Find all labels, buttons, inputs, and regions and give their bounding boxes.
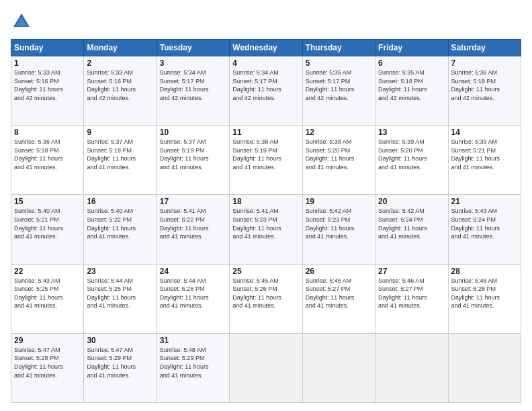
day-number: 25	[232, 267, 299, 276]
calendar-cell: 11Sunrise: 5:38 AM Sunset: 5:19 PM Dayli…	[230, 126, 302, 195]
calendar-cell: 6Sunrise: 5:35 AM Sunset: 5:18 PM Daylig…	[375, 56, 448, 126]
day-info: Sunrise: 5:34 AM Sunset: 5:17 PM Dayligh…	[232, 68, 299, 102]
calendar-week-row: 22Sunrise: 5:43 AM Sunset: 5:25 PM Dayli…	[11, 264, 521, 333]
day-info: Sunrise: 5:33 AM Sunset: 5:16 PM Dayligh…	[87, 68, 153, 102]
day-number: 31	[160, 336, 226, 345]
calendar-week-row: 15Sunrise: 5:40 AM Sunset: 5:21 PM Dayli…	[11, 195, 521, 264]
day-info: Sunrise: 5:40 AM Sunset: 5:21 PM Dayligh…	[14, 207, 81, 240]
day-info: Sunrise: 5:43 AM Sunset: 5:24 PM Dayligh…	[451, 207, 518, 240]
calendar-cell: 26Sunrise: 5:45 AM Sunset: 5:27 PM Dayli…	[302, 264, 375, 333]
day-info: Sunrise: 5:42 AM Sunset: 5:24 PM Dayligh…	[378, 207, 445, 240]
day-number: 7	[451, 58, 518, 68]
day-number: 14	[451, 128, 518, 137]
calendar-cell: 16Sunrise: 5:40 AM Sunset: 5:22 PM Dayli…	[84, 195, 157, 264]
day-info: Sunrise: 5:44 AM Sunset: 5:26 PM Dayligh…	[160, 277, 226, 310]
day-info: Sunrise: 5:38 AM Sunset: 5:20 PM Dayligh…	[306, 138, 372, 171]
day-info: Sunrise: 5:40 AM Sunset: 5:22 PM Dayligh…	[87, 207, 153, 240]
calendar-cell: 31Sunrise: 5:48 AM Sunset: 5:29 PM Dayli…	[157, 333, 229, 402]
calendar-table: SundayMondayTuesdayWednesdayThursdayFrid…	[11, 39, 521, 403]
day-info: Sunrise: 5:35 AM Sunset: 5:18 PM Dayligh…	[378, 68, 445, 102]
day-number: 11	[232, 128, 299, 137]
day-number: 6	[378, 58, 445, 68]
calendar-cell: 1Sunrise: 5:33 AM Sunset: 5:16 PM Daylig…	[11, 56, 84, 126]
calendar-week-row: 1Sunrise: 5:33 AM Sunset: 5:16 PM Daylig…	[11, 56, 521, 126]
calendar-cell: 13Sunrise: 5:39 AM Sunset: 5:20 PM Dayli…	[375, 126, 448, 195]
calendar-cell: 28Sunrise: 5:46 AM Sunset: 5:28 PM Dayli…	[448, 264, 521, 333]
day-info: Sunrise: 5:46 AM Sunset: 5:27 PM Dayligh…	[378, 277, 445, 310]
day-info: Sunrise: 5:37 AM Sunset: 5:19 PM Dayligh…	[160, 138, 226, 171]
weekday-header: Wednesday	[230, 40, 302, 56]
calendar-cell: 14Sunrise: 5:39 AM Sunset: 5:21 PM Dayli…	[448, 126, 521, 195]
calendar-cell	[375, 333, 448, 402]
day-number: 3	[160, 58, 226, 68]
day-info: Sunrise: 5:39 AM Sunset: 5:20 PM Dayligh…	[378, 138, 445, 171]
calendar-cell: 22Sunrise: 5:43 AM Sunset: 5:25 PM Dayli…	[11, 264, 84, 333]
calendar-cell: 21Sunrise: 5:43 AM Sunset: 5:24 PM Dayli…	[448, 195, 521, 264]
calendar-cell	[448, 333, 521, 402]
day-info: Sunrise: 5:42 AM Sunset: 5:23 PM Dayligh…	[306, 207, 372, 240]
day-info: Sunrise: 5:48 AM Sunset: 5:29 PM Dayligh…	[160, 346, 226, 379]
day-number: 13	[378, 128, 445, 137]
calendar-cell: 7Sunrise: 5:36 AM Sunset: 5:18 PM Daylig…	[448, 56, 521, 126]
day-number: 26	[306, 267, 372, 276]
day-info: Sunrise: 5:46 AM Sunset: 5:28 PM Dayligh…	[451, 277, 518, 310]
calendar-cell: 27Sunrise: 5:46 AM Sunset: 5:27 PM Dayli…	[375, 264, 448, 333]
weekday-header: Sunday	[11, 40, 84, 56]
day-info: Sunrise: 5:38 AM Sunset: 5:19 PM Dayligh…	[232, 138, 299, 171]
weekday-header: Friday	[375, 40, 448, 56]
day-number: 23	[87, 267, 153, 276]
day-number: 29	[14, 336, 81, 345]
day-number: 16	[87, 197, 153, 206]
day-number: 20	[378, 197, 445, 206]
day-info: Sunrise: 5:36 AM Sunset: 5:18 PM Dayligh…	[14, 138, 81, 171]
day-number: 18	[232, 197, 299, 206]
day-info: Sunrise: 5:47 AM Sunset: 5:28 PM Dayligh…	[14, 346, 81, 379]
day-info: Sunrise: 5:36 AM Sunset: 5:18 PM Dayligh…	[451, 68, 518, 102]
day-info: Sunrise: 5:45 AM Sunset: 5:26 PM Dayligh…	[232, 277, 299, 310]
day-number: 9	[87, 128, 153, 137]
weekday-header: Saturday	[448, 40, 521, 56]
day-info: Sunrise: 5:43 AM Sunset: 5:25 PM Dayligh…	[14, 277, 81, 310]
day-info: Sunrise: 5:33 AM Sunset: 5:16 PM Dayligh…	[14, 68, 81, 102]
calendar-cell: 10Sunrise: 5:37 AM Sunset: 5:19 PM Dayli…	[157, 126, 229, 195]
calendar-cell	[230, 333, 302, 402]
weekday-row: SundayMondayTuesdayWednesdayThursdayFrid…	[11, 40, 521, 56]
day-number: 30	[87, 336, 153, 345]
calendar-cell: 17Sunrise: 5:41 AM Sunset: 5:22 PM Dayli…	[157, 195, 229, 264]
day-number: 1	[14, 58, 81, 68]
day-number: 28	[451, 267, 518, 276]
logo-icon	[11, 11, 32, 32]
logo	[11, 11, 35, 32]
calendar-cell: 8Sunrise: 5:36 AM Sunset: 5:18 PM Daylig…	[11, 126, 84, 195]
calendar-cell: 18Sunrise: 5:41 AM Sunset: 5:23 PM Dayli…	[230, 195, 302, 264]
day-number: 2	[87, 58, 153, 68]
day-info: Sunrise: 5:41 AM Sunset: 5:22 PM Dayligh…	[160, 207, 226, 240]
day-number: 10	[160, 128, 226, 137]
weekday-header: Monday	[84, 40, 157, 56]
calendar-cell: 2Sunrise: 5:33 AM Sunset: 5:16 PM Daylig…	[84, 56, 157, 126]
calendar-body: 1Sunrise: 5:33 AM Sunset: 5:16 PM Daylig…	[11, 56, 521, 403]
calendar-cell: 25Sunrise: 5:45 AM Sunset: 5:26 PM Dayli…	[230, 264, 302, 333]
day-number: 21	[451, 197, 518, 206]
day-number: 15	[14, 197, 81, 206]
day-info: Sunrise: 5:37 AM Sunset: 5:19 PM Dayligh…	[87, 138, 153, 171]
calendar-cell: 5Sunrise: 5:35 AM Sunset: 5:17 PM Daylig…	[302, 56, 375, 126]
day-info: Sunrise: 5:39 AM Sunset: 5:21 PM Dayligh…	[451, 138, 518, 171]
day-number: 8	[14, 128, 81, 137]
day-info: Sunrise: 5:45 AM Sunset: 5:27 PM Dayligh…	[306, 277, 372, 310]
weekday-header: Thursday	[302, 40, 375, 56]
calendar-cell: 30Sunrise: 5:47 AM Sunset: 5:29 PM Dayli…	[84, 333, 157, 402]
day-info: Sunrise: 5:44 AM Sunset: 5:25 PM Dayligh…	[87, 277, 153, 310]
day-info: Sunrise: 5:47 AM Sunset: 5:29 PM Dayligh…	[87, 346, 153, 379]
day-number: 22	[14, 267, 81, 276]
calendar-week-row: 8Sunrise: 5:36 AM Sunset: 5:18 PM Daylig…	[11, 126, 521, 195]
header	[11, 11, 521, 32]
day-info: Sunrise: 5:41 AM Sunset: 5:23 PM Dayligh…	[232, 207, 299, 240]
calendar-cell: 20Sunrise: 5:42 AM Sunset: 5:24 PM Dayli…	[375, 195, 448, 264]
day-number: 17	[160, 197, 226, 206]
calendar-week-row: 29Sunrise: 5:47 AM Sunset: 5:28 PM Dayli…	[11, 333, 521, 402]
page: SundayMondayTuesdayWednesdayThursdayFrid…	[0, 0, 532, 411]
calendar-cell: 3Sunrise: 5:34 AM Sunset: 5:17 PM Daylig…	[157, 56, 229, 126]
calendar-cell	[302, 333, 375, 402]
calendar-cell: 15Sunrise: 5:40 AM Sunset: 5:21 PM Dayli…	[11, 195, 84, 264]
